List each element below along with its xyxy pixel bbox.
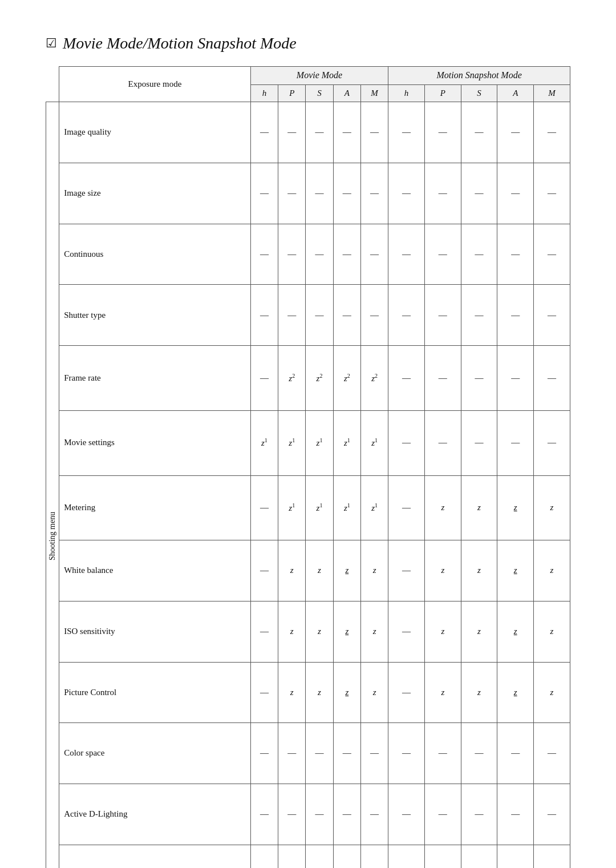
movie-col-m: M	[360, 84, 388, 102]
title-text: Movie Mode/Motion Snapshot Mode	[63, 34, 297, 53]
page-title: ☑ Movie Mode/Motion Snapshot Mode	[46, 34, 570, 53]
table-row: Frame rate — z2 z2 z2 z2 —————	[46, 346, 570, 411]
table-row: White balance — z z z z — z z z z	[46, 540, 570, 601]
movie-col-a: A	[333, 84, 360, 102]
movie-col-s: S	[306, 84, 333, 102]
row-label: Continuous	[59, 224, 251, 285]
motion-col-a: A	[497, 84, 534, 102]
row-label: Long exposure NR	[59, 845, 251, 868]
row-label: Frame rate	[59, 346, 251, 411]
table-row: Active D-Lighting ————— —————	[46, 784, 570, 845]
row-label: Image size	[59, 163, 251, 224]
row-label: Color space	[59, 723, 251, 784]
motion-col-p: P	[424, 84, 461, 102]
row-label: ISO sensitivity	[59, 601, 251, 662]
movie-col-h: h	[250, 84, 278, 102]
table-row: Long exposure NR ————— —————	[46, 845, 570, 868]
title-icon: ☑	[46, 36, 57, 51]
col-sidebar-spacer	[46, 67, 59, 102]
row-label: Picture Control	[59, 662, 251, 723]
row-label: Image quality	[59, 102, 251, 163]
table-row: Shutter type ————— —————	[46, 285, 570, 346]
sidebar-label-cell: Shooting menu	[46, 102, 59, 868]
table-row: ISO sensitivity — z z z z — z z z z	[46, 601, 570, 662]
row-label: Shutter type	[59, 285, 251, 346]
row-label: Active D-Lighting	[59, 784, 251, 845]
movie-col-p: P	[278, 84, 306, 102]
table-row: Movie settings z1 z1 z1 z1 z1 —————	[46, 410, 570, 475]
table-row: Metering — z1 z1 z1 z1 — z z z z	[46, 475, 570, 540]
exposure-mode-label: Exposure mode	[128, 79, 182, 88]
row-label: Movie settings	[59, 410, 251, 475]
movie-mode-header: Movie Mode	[250, 67, 388, 85]
main-table-wrapper: Exposure mode Movie Mode Motion Snapshot…	[46, 66, 570, 868]
col-label-spacer: Exposure mode	[59, 67, 251, 102]
motion-snapshot-header: Motion Snapshot Mode	[388, 67, 570, 85]
table-row: Shooting menu Image quality ————— —————	[46, 102, 570, 163]
row-label: White balance	[59, 540, 251, 601]
motion-col-s: S	[461, 84, 497, 102]
compatibility-table: Exposure mode Movie Mode Motion Snapshot…	[46, 66, 570, 868]
motion-col-m: M	[534, 84, 570, 102]
table-row: Image size ————— —————	[46, 163, 570, 224]
sidebar-label: Shooting menu	[46, 102, 59, 868]
table-row: Color space ————— —————	[46, 723, 570, 784]
table-row: Picture Control — z z z z — z z z z	[46, 662, 570, 723]
motion-col-h: h	[388, 84, 425, 102]
table-row: Continuous ————— —————	[46, 224, 570, 285]
row-label: Metering	[59, 475, 251, 540]
